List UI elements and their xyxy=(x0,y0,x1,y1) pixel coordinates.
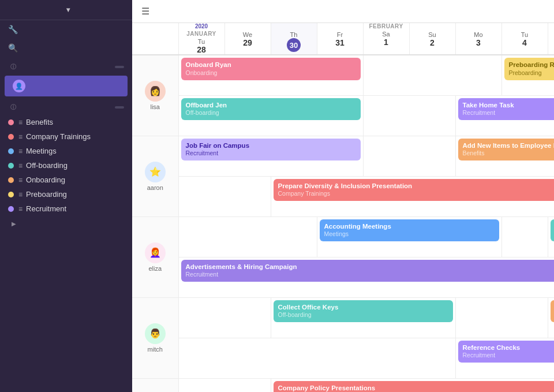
teams-section: ⓘ xyxy=(0,57,132,74)
task-card[interactable]: Prepare Diversity & Inclusion Presentati… xyxy=(274,179,555,201)
task-cell: Prepare End of Contract Off-boarding xyxy=(548,216,554,257)
day-name: Th xyxy=(271,31,317,38)
task-cell: Onboard Ryan Onboarding xyxy=(178,55,363,95)
calendar-body: 👩 lisa Onboard Ryan Onboarding Preboardi… xyxy=(132,55,554,392)
task-cell: Accounting Meetings Meetings xyxy=(317,216,501,257)
person-row-laura-0: 👩‍🦱 laura Company Policy Presentations C… xyxy=(132,378,554,392)
task-title: Preboarding Ryan xyxy=(509,61,555,69)
date-col-31: Fr31 xyxy=(317,23,363,55)
person-row-mitch-1: Reference Checks Recruitment xyxy=(132,338,554,378)
day-num: 1 xyxy=(364,38,409,47)
month-label: FEBRUARY xyxy=(364,23,409,29)
task-cell: Add New Items to Employee Handbook Benef… xyxy=(455,136,554,176)
person-row-lisa-1: Offboard Jen Off-boarding Take Home Task… xyxy=(132,95,554,136)
person-row-eliza-0: 👩‍🦰 eliza Accounting Meetings Meetings P… xyxy=(132,216,554,257)
plan-item-onboarding[interactable]: ≡ Onboarding xyxy=(0,173,132,187)
plan-dot xyxy=(8,192,14,197)
task-card[interactable]: Accounting Meetings Meetings xyxy=(320,219,499,242)
task-subtitle: Benefits xyxy=(463,150,555,158)
list-icon: ≡ xyxy=(18,191,23,199)
date-col-30: Th30 xyxy=(271,23,317,55)
date-col-2: Su2 xyxy=(409,23,455,55)
hr-team-item[interactable]: 👤 xyxy=(5,76,128,96)
plan-item-benefits[interactable]: ≡ Benefits xyxy=(0,115,132,129)
task-card[interactable]: Take Home Task Recruitment xyxy=(458,98,555,121)
empty-task-cell xyxy=(455,297,548,338)
task-subtitle: Off-boarding xyxy=(278,311,448,319)
archived-arrow: ▶ xyxy=(12,221,16,227)
list-icon: ≡ xyxy=(18,133,23,141)
new-plan-button[interactable] xyxy=(115,106,124,109)
task-card[interactable]: Company Policy Presentations Company Tra… xyxy=(274,381,555,393)
task-card[interactable]: Onboard Ryan Onboarding xyxy=(181,58,361,80)
sidebar: ▾ 🔧 🔍 ⓘ 👤 ⓘ ≡ Benefits ≡ Company Trainin xyxy=(0,0,132,392)
task-card[interactable]: Collect Office Keys Off-boarding xyxy=(274,300,453,323)
workspace-chevron: ▾ xyxy=(66,6,126,14)
list-icon: ≡ xyxy=(18,162,23,170)
plan-name: Preboarding xyxy=(26,190,67,199)
person-row-aaron-0: ⭐ aaron Job Fair on Campus Recruitment A… xyxy=(132,136,554,176)
plan-item-meetings[interactable]: ≡ Meetings xyxy=(0,144,132,158)
task-card[interactable]: Advertisements & Hiring Campaign Recruit… xyxy=(181,260,555,282)
plan-name: Benefits xyxy=(26,118,53,126)
task-title: Accounting Meetings xyxy=(324,222,495,231)
empty-task-cell xyxy=(178,216,317,257)
date-col-5: We5 xyxy=(548,23,554,55)
task-card[interactable]: Add New Items to Employee Handbook Benef… xyxy=(458,139,555,161)
sidebar-item-search[interactable]: 🔍 xyxy=(0,39,132,57)
plans-info-icon: ⓘ xyxy=(10,103,17,111)
plan-dot xyxy=(8,148,14,154)
workspace-header[interactable]: ▾ xyxy=(0,0,132,20)
task-card[interactable]: Job Fair on Campus Recruitment xyxy=(181,139,361,161)
avatar-name: mitch xyxy=(148,346,163,353)
menu-icon[interactable]: ☰ xyxy=(141,6,149,17)
plan-name: Recruitment xyxy=(26,204,66,213)
plan-dot xyxy=(8,177,14,183)
date-col-28: 2020JANUARYTu28 xyxy=(178,23,224,55)
task-subtitle: Off-boarding xyxy=(186,109,356,117)
day-name: Su xyxy=(410,31,455,38)
task-card[interactable]: Onboard Max Onboarding xyxy=(551,300,555,323)
empty-task-cell xyxy=(178,297,271,338)
hr-team-icon: 👤 xyxy=(13,80,25,92)
plan-dot xyxy=(8,120,14,125)
new-team-button[interactable] xyxy=(115,66,124,68)
plan-item-recruitment[interactable]: ≡ Recruitment xyxy=(0,201,132,216)
plan-item-off-boarding[interactable]: ≡ Off-boarding xyxy=(0,158,132,173)
day-name: We xyxy=(548,31,555,38)
task-subtitle: Preboarding xyxy=(509,69,555,77)
year-label: 2020 xyxy=(179,23,224,29)
day-num: 29 xyxy=(225,38,271,47)
plan-item-preboarding[interactable]: ≡ Preboarding xyxy=(0,187,132,201)
calendar-area: 2020JANUARYTu28We29Th30Fr31FEBRUARYSa1Su… xyxy=(132,23,554,392)
plan-dot xyxy=(8,206,14,212)
date-col-1: FEBRUARYSa1 xyxy=(363,23,409,55)
task-subtitle: Recruitment xyxy=(186,150,356,158)
task-title: Advertisements & Hiring Campaign xyxy=(186,263,555,271)
plan-name: Company Trainings xyxy=(26,132,91,141)
task-card[interactable]: Reference Checks Recruitment xyxy=(458,341,555,363)
plan-item-company-trainings[interactable]: ≡ Company Trainings xyxy=(0,129,132,144)
empty-task-cell xyxy=(178,338,455,378)
task-card[interactable]: Prepare End of Contract Off-boarding xyxy=(551,219,555,242)
task-title: Job Fair on Campus xyxy=(186,141,356,150)
task-cell: Job Fair on Campus Recruitment xyxy=(178,136,363,176)
avatar-cell-laura: 👩‍🦱 laura xyxy=(132,378,178,392)
day-num: 31 xyxy=(317,38,363,47)
day-name: We xyxy=(225,31,271,38)
avatar-wrap: 👨 mitch xyxy=(134,323,176,353)
plan-name: Meetings xyxy=(26,147,57,155)
person-row-lisa-0: 👩 lisa Onboard Ryan Onboarding Preboardi… xyxy=(132,55,554,95)
avatar-wrap: 👩 lisa xyxy=(134,81,176,110)
task-subtitle: Company Trainings xyxy=(278,190,555,198)
task-card[interactable]: Preboarding Ryan Preboarding xyxy=(504,58,555,80)
sidebar-item-settings[interactable]: 🔧 xyxy=(0,20,132,39)
task-card[interactable]: Offboard Jen Off-boarding xyxy=(181,98,361,121)
settings-icon: 🔧 xyxy=(8,25,18,34)
task-title: Reference Checks xyxy=(463,344,555,352)
list-icon: ≡ xyxy=(18,147,23,155)
person-row-aaron-1: Prepare Diversity & Inclusion Presentati… xyxy=(132,176,554,216)
task-cell: Take Home Task Recruitment xyxy=(455,95,554,136)
task-subtitle: Recruitment xyxy=(186,271,555,279)
archived-plans[interactable]: ▶ xyxy=(0,216,132,232)
